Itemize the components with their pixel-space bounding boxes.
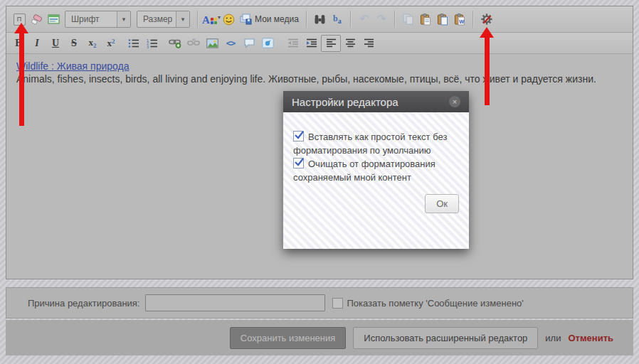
save-changes-button[interactable]: Сохранить изменения (230, 327, 347, 349)
dialog-close-icon[interactable]: × (449, 96, 460, 107)
svg-text:W: W (459, 18, 465, 24)
paste-plain-checkbox[interactable] (293, 131, 304, 141)
my-media-button[interactable]: Мои медиа (237, 11, 302, 28)
strikethrough-button[interactable]: S (65, 36, 83, 51)
underline-button[interactable]: U (46, 36, 65, 51)
subscript-button[interactable]: x2 (83, 36, 102, 51)
bold-icon: B (15, 38, 21, 49)
align-right-button[interactable] (359, 36, 378, 51)
remove-link-icon (187, 38, 200, 48)
insert-link-button[interactable] (166, 36, 184, 51)
clean-format-checkbox[interactable] (293, 158, 304, 168)
paste-plain-option[interactable]: Вставлять как простой текст без форматир… (293, 131, 459, 158)
image-icon (206, 38, 218, 48)
redo-button[interactable]: ↷ (373, 11, 390, 28)
search-button[interactable] (312, 11, 329, 28)
bold-button[interactable]: B (9, 36, 28, 51)
toolbar-row-1: П Шрифт ▾ Размер (6, 6, 633, 33)
font-dropdown-arrow-icon[interactable]: ▾ (117, 11, 130, 27)
clean-format-option-label: Очищать от форматирования сохраняемый мн… (293, 159, 435, 183)
superscript-icon: x2 (107, 38, 115, 49)
spellcheck-icon: ba (333, 14, 342, 25)
subscript-icon: x2 (89, 37, 97, 49)
align-center-button[interactable] (341, 36, 359, 51)
underline-icon: U (52, 38, 59, 49)
paste-plain-text-icon (437, 14, 448, 26)
size-dropdown-arrow-icon[interactable]: ▾ (176, 11, 189, 27)
forum-edit-post-page: П Шрифт ▾ Размер (0, 0, 639, 364)
insert-image-button[interactable] (203, 36, 221, 51)
undo-button[interactable]: ↶ (356, 11, 373, 28)
twitter-icon (262, 38, 274, 48)
copy-button[interactable] (400, 11, 417, 28)
svg-text:3: 3 (147, 44, 149, 48)
toolbar-separator (197, 11, 199, 28)
size-dropdown[interactable]: Размер ▾ (137, 11, 190, 28)
remove-link-button[interactable] (184, 36, 203, 51)
align-center-icon (345, 38, 356, 48)
dialog-title-bar: Настройки редактора × (283, 91, 469, 112)
font-dropdown[interactable]: Шрифт ▾ (65, 11, 131, 28)
undo-icon: ↶ (359, 14, 369, 25)
size-dropdown-value: Размер (137, 11, 176, 27)
outdent-button[interactable] (284, 36, 302, 51)
paste-button[interactable] (417, 11, 434, 28)
insert-quote-button[interactable] (240, 36, 258, 51)
superscript-button[interactable]: x2 (102, 36, 120, 51)
insert-tweet-button[interactable] (258, 36, 277, 51)
italic-button[interactable]: I (28, 36, 46, 51)
outdent-icon (287, 38, 299, 48)
insert-link-icon (169, 38, 181, 48)
font-color-button[interactable]: A ▾ (203, 11, 220, 28)
binoculars-icon (314, 14, 326, 25)
paste-from-word-button[interactable]: W (451, 11, 468, 28)
my-media-icon (240, 14, 252, 25)
toolbar-separator (394, 11, 396, 28)
bullet-list-icon (128, 38, 139, 48)
smiley-icon (223, 14, 235, 26)
use-full-editor-button[interactable]: Использовать расширенный редактор (353, 327, 538, 349)
bullet-list-button[interactable] (125, 36, 143, 51)
paste-plain-option-label: Вставлять как простой текст без форматир… (293, 132, 447, 156)
ok-button[interactable]: Ок (425, 194, 459, 213)
paste-from-word-icon: W (454, 14, 465, 26)
indent-icon (306, 38, 317, 48)
editor-settings-button[interactable] (478, 11, 495, 28)
align-right-icon (364, 38, 374, 48)
toolbar-row-2: B I U S x2 x2 123 (6, 33, 633, 54)
remove-format-button[interactable] (28, 11, 45, 28)
special-item-icon (48, 14, 60, 24)
editor-settings-gear-icon (480, 13, 493, 26)
font-dropdown-value: Шрифт (65, 11, 117, 27)
align-left-button[interactable] (321, 35, 341, 52)
italic-icon: I (35, 38, 38, 49)
emoticons-button[interactable] (220, 11, 237, 28)
editor-settings-dialog: Настройки редактора × Вставлять как прос… (283, 91, 469, 249)
spellcheck-button[interactable]: ba (329, 11, 346, 28)
paste-icon (420, 14, 431, 26)
quote-bubble-icon (243, 38, 255, 48)
toolbar-separator (306, 11, 307, 28)
edit-reason-label: Причина редактирования: (28, 298, 139, 309)
paste-plain-text-button[interactable] (434, 11, 451, 28)
cancel-link[interactable]: Отменить (568, 333, 613, 343)
edit-reason-input[interactable] (145, 294, 325, 311)
numbered-list-icon: 123 (147, 38, 158, 48)
my-media-label: Мои медиа (255, 14, 299, 24)
indent-button[interactable] (302, 36, 321, 51)
clean-format-option[interactable]: Очищать от форматирования сохраняемый мн… (293, 158, 459, 185)
show-edited-note-label[interactable]: Показать пометку 'Сообщение изменено' (347, 298, 523, 309)
actions-bar: Сохранить изменения Использовать расшире… (6, 320, 633, 355)
post-link[interactable]: Wildlife : Живая природа (16, 60, 129, 72)
toolbar-separator (472, 11, 474, 28)
edit-reason-bar: Причина редактирования: Показать пометку… (6, 287, 633, 318)
numbered-list-button[interactable]: 123 (143, 36, 162, 51)
dialog-body: Вставлять как простой текст без форматир… (283, 112, 469, 249)
strikethrough-icon: S (71, 38, 77, 49)
show-edited-note-checkbox[interactable] (332, 298, 343, 309)
special-insert-button[interactable] (45, 11, 62, 28)
toggle-editing-mode-button[interactable]: П (11, 11, 28, 28)
post-body-text: Animals, fishes, insects, birds, all liv… (16, 73, 623, 86)
insert-code-button[interactable]: <> (221, 36, 240, 51)
redo-icon: ↷ (376, 14, 386, 25)
